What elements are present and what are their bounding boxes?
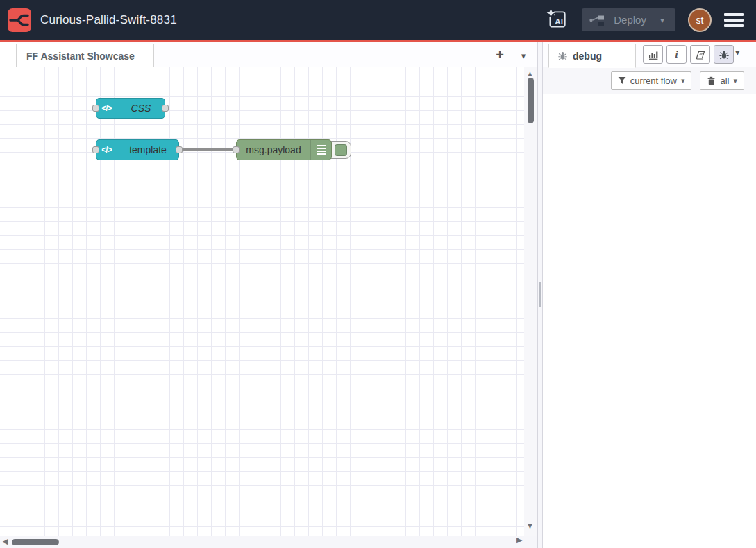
instance-title: Curious-Pallid-Swift-8831 [40,13,177,27]
deploy-icon [589,13,605,27]
app-header: Curious-Pallid-Swift-8831 AI Deploy ▾ st [0,0,756,40]
book-icon [695,49,706,60]
node-output-port[interactable] [176,146,183,153]
node-input-port[interactable] [233,146,240,153]
code-icon: </> [96,99,117,118]
flow-list-button[interactable]: ▾ [515,47,532,64]
node-debug-msg-payload[interactable]: msg.payload [236,139,332,160]
flowfuse-logo[interactable] [7,8,32,33]
header-actions: AI Deploy ▾ st [544,8,756,32]
node-template-template[interactable]: </> template [96,139,179,160]
deploy-button[interactable]: Deploy ▾ [582,8,675,31]
debug-messages-panel[interactable] [543,94,756,548]
user-avatar[interactable]: st [688,8,712,32]
wire-template-to-debug[interactable] [182,148,237,151]
sidebar-menu-button[interactable]: ▾ [735,47,740,58]
flow-tab-ff-assistant-showcase[interactable]: FF Assistant Showcase [16,44,154,67]
node-input-port[interactable] [92,105,99,112]
ai-assistant-button[interactable]: AI [544,8,569,32]
sidebar-button-dashboard[interactable] [643,45,663,64]
sidebar-button-info[interactable]: i [666,45,687,64]
tabbar-left-spacer [0,42,16,67]
node-output-port[interactable] [162,105,169,112]
scroll-right-arrow[interactable]: ▶ [516,536,522,545]
node-input-port[interactable] [92,146,99,153]
node-template-css[interactable]: </> CSS [96,98,165,119]
debug-filter-button[interactable]: current flow ▾ [611,71,692,90]
sidebar-splitter[interactable] [537,42,543,548]
avatar-initials: st [696,15,704,26]
debug-filter-label: current flow [630,76,677,86]
sidebar-tab-debug[interactable]: debug [548,44,636,68]
scroll-down-arrow[interactable]: ▼ [526,522,534,530]
scroll-left-arrow[interactable]: ◀ [2,537,8,546]
workspace-tabbar: FF Assistant Showcase + ▾ [0,42,537,67]
deploy-label: Deploy [614,14,646,26]
funnel-icon [618,76,626,85]
code-icon: </> [96,140,117,160]
sidebar-button-debug[interactable] [714,45,734,64]
debug-lines-icon [310,140,331,160]
bug-icon [557,51,568,61]
vertical-scrollbar-track[interactable] [524,67,537,536]
chevron-down-icon: ▾ [733,76,737,85]
sidebar: debug i [543,42,756,548]
tabbar-filler [154,42,537,67]
debug-toggle-indicator [335,144,347,156]
horizontal-scrollbar-track[interactable] [0,536,537,548]
vertical-scrollbar-thumb[interactable] [528,78,534,123]
trash-icon [707,76,716,85]
node-label: msg.payload [237,144,310,155]
debug-clear-button[interactable]: all ▾ [700,71,744,90]
flow-canvas[interactable]: </> CSS </> template msg.payload [0,67,537,548]
menu-icon [724,13,744,16]
debug-toolbar: current flow ▾ all ▾ [543,67,756,94]
main-area: FF Assistant Showcase + ▾ </> CSS </> te… [0,42,756,548]
ai-icon: AI [545,8,569,31]
bar-chart-icon [648,49,659,60]
info-icon: i [675,49,678,60]
sidebar-button-help[interactable] [690,45,710,64]
scroll-up-arrow[interactable]: ▲ [526,69,534,78]
bug-icon [719,49,730,60]
node-label: CSS [117,103,165,114]
main-menu-button[interactable] [724,12,745,28]
add-flow-button[interactable]: + [490,46,510,64]
splitter-drag-handle[interactable] [539,282,541,307]
svg-text:AI: AI [555,17,564,26]
horizontal-scrollbar-thumb[interactable] [12,539,59,545]
deploy-options-button[interactable]: ▾ [656,15,669,25]
debug-clear-label: all [720,76,729,86]
flow-tab-label: FF Assistant Showcase [26,51,135,62]
chevron-down-icon: ▾ [681,76,685,85]
sidebar-tabbar: debug i [543,42,756,67]
node-label: template [117,144,178,155]
sidebar-tab-label: debug [573,51,602,62]
